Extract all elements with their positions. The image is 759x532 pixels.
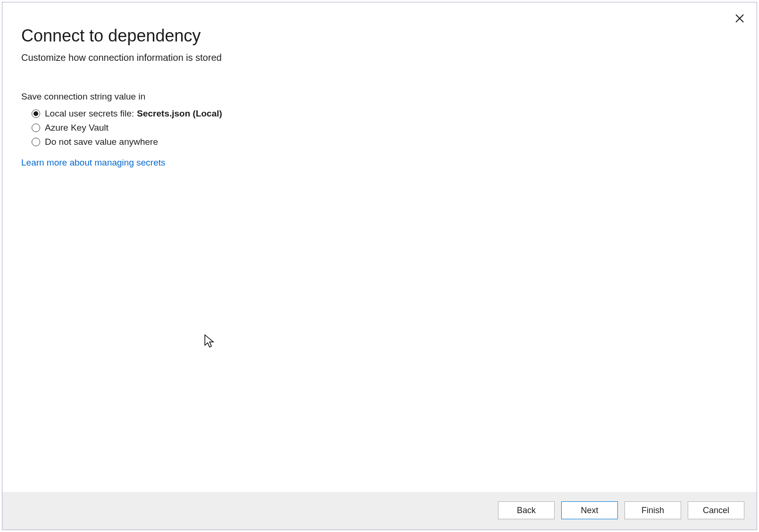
radio-icon <box>32 138 40 146</box>
dialog-subtitle: Customize how connection information is … <box>21 52 738 63</box>
radio-label: Do not save value anywhere <box>45 137 158 147</box>
dialog-title: Connect to dependency <box>21 26 738 46</box>
radio-option-azure-key-vault[interactable]: Azure Key Vault <box>32 123 738 133</box>
dialog-window: Connect to dependency Customize how conn… <box>2 2 757 530</box>
radio-option-do-not-save[interactable]: Do not save value anywhere <box>32 137 738 147</box>
finish-button[interactable]: Finish <box>624 501 681 519</box>
dialog-footer: Back Next Finish Cancel <box>2 492 757 530</box>
radio-icon <box>32 124 40 132</box>
cancel-button[interactable]: Cancel <box>688 501 744 519</box>
close-icon <box>735 14 744 23</box>
learn-more-link[interactable]: Learn more about managing secrets <box>21 158 165 168</box>
radio-group: Local user secrets file: Secrets.json (L… <box>32 108 738 147</box>
radio-label: Azure Key Vault <box>45 123 109 133</box>
radio-label: Local user secrets file: <box>45 108 134 119</box>
radio-option-local-secrets[interactable]: Local user secrets file: Secrets.json (L… <box>32 108 738 119</box>
section-label: Save connection string value in <box>21 91 738 102</box>
close-button[interactable] <box>732 11 747 26</box>
radio-icon <box>32 109 40 118</box>
next-button[interactable]: Next <box>561 501 618 519</box>
dialog-content: Connect to dependency Customize how conn… <box>2 2 757 492</box>
radio-label-bold: Secrets.json (Local) <box>137 108 222 119</box>
back-button[interactable]: Back <box>498 501 555 519</box>
